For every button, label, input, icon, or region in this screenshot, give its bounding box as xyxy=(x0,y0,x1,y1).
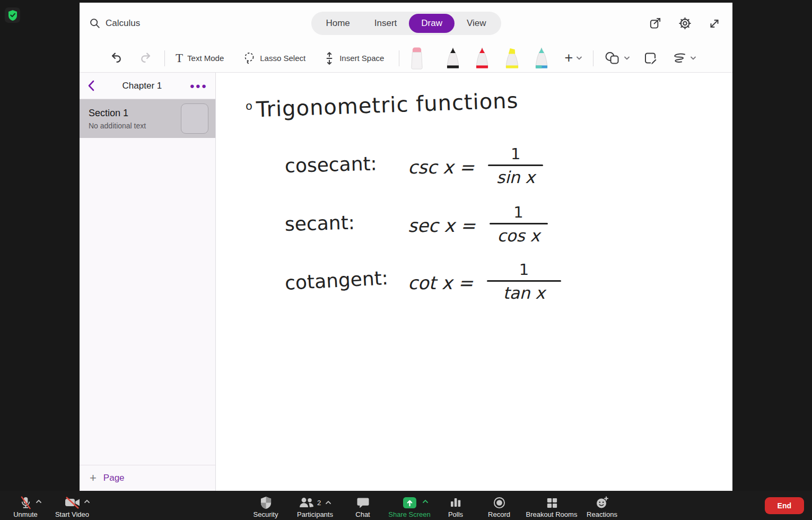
ribbon-tabs: Home Insert Draw View xyxy=(311,12,501,35)
highlighter-yellow-icon xyxy=(502,47,521,70)
title-text: Trigonometric functions xyxy=(256,88,519,122)
tab-view[interactable]: View xyxy=(455,14,499,33)
plus-icon: + xyxy=(564,51,573,65)
settings-button[interactable] xyxy=(678,17,692,30)
reactions-button[interactable]: Reactions xyxy=(583,496,621,518)
undo-button[interactable] xyxy=(110,51,124,65)
zoom-toolbar: Unmute Start Video Security 2 xyxy=(0,491,812,520)
unmute-label: Unmute xyxy=(13,510,38,518)
redo-icon xyxy=(138,51,152,65)
tab-home[interactable]: Home xyxy=(313,14,362,33)
section-item-text: Section 1 No additional text xyxy=(89,108,181,130)
fraction-bar xyxy=(487,280,561,282)
squiggle-icon xyxy=(671,52,687,65)
fullscreen-button[interactable] xyxy=(708,17,721,30)
sidebar-header: Chapter 1 ●●● xyxy=(80,73,215,99)
mic-muted-icon xyxy=(19,496,33,509)
sticky-note-button[interactable] xyxy=(644,51,658,65)
lasso-select-button[interactable]: Lasso Select xyxy=(243,51,305,65)
start-video-button[interactable]: Start Video xyxy=(51,496,93,518)
unmute-button[interactable]: Unmute xyxy=(7,496,43,518)
pen-red-icon xyxy=(473,47,491,70)
lasso-icon xyxy=(243,51,256,65)
reactions-label: Reactions xyxy=(587,510,617,518)
section-list-item[interactable]: Section 1 No additional text xyxy=(80,99,215,138)
end-meeting-button[interactable]: End xyxy=(765,497,804,514)
topbar-actions xyxy=(649,17,721,30)
term-text: cosecant: xyxy=(285,152,408,177)
tab-insert[interactable]: Insert xyxy=(362,14,409,33)
text-mode-button[interactable]: T Text Mode xyxy=(176,51,224,65)
share-button[interactable] xyxy=(649,17,662,30)
chat-label: Chat xyxy=(355,510,370,518)
shapes-button[interactable] xyxy=(604,51,630,65)
expand-icon xyxy=(708,17,721,30)
security-button[interactable]: Security xyxy=(249,496,282,518)
back-button[interactable] xyxy=(88,80,94,91)
toolbar-divider xyxy=(593,50,593,66)
polls-button[interactable]: Polls xyxy=(443,496,468,518)
undo-icon xyxy=(110,51,124,65)
security-shield-icon xyxy=(260,496,272,509)
note-canvas[interactable]: oTrigonometric functions cosecant: csc x… xyxy=(216,73,732,491)
ink-to-shape-button[interactable] xyxy=(671,52,696,65)
participants-count-badge: 2 xyxy=(317,499,321,507)
section-title: Section 1 xyxy=(89,108,181,119)
expression-text: sec x = xyxy=(408,215,476,236)
share-screen-caret[interactable] xyxy=(422,499,429,504)
expression-text: cot x = xyxy=(408,272,473,293)
highlighter-yellow-tool[interactable] xyxy=(502,47,521,70)
plus-icon: + xyxy=(90,472,97,484)
term-text: cotangent: xyxy=(284,266,408,294)
redo-button[interactable] xyxy=(138,51,152,65)
fraction-numerator: 1 xyxy=(519,261,529,279)
pen-teal-tool[interactable] xyxy=(532,47,551,70)
text-mode-label: Text Mode xyxy=(187,54,224,63)
text-mode-icon: T xyxy=(176,51,183,65)
fraction-denominator: cos x xyxy=(495,226,542,245)
chevron-down-icon xyxy=(690,56,696,60)
record-button[interactable]: Record xyxy=(483,496,515,518)
more-options-button[interactable]: ●●● xyxy=(190,81,207,90)
pen-black-icon xyxy=(444,47,462,70)
search-field[interactable]: Calculus xyxy=(89,18,140,29)
record-label: Record xyxy=(488,510,510,518)
insert-space-label: Insert Space xyxy=(339,54,384,63)
tab-draw[interactable]: Draw xyxy=(409,14,455,33)
search-value: Calculus xyxy=(106,18,140,29)
audio-options-caret[interactable] xyxy=(36,499,42,504)
fraction-bar xyxy=(490,223,548,224)
chat-button[interactable]: Chat xyxy=(350,496,376,518)
search-icon xyxy=(89,18,101,29)
fraction: 1 tan x xyxy=(487,261,561,302)
share-screen-button[interactable]: Share Screen xyxy=(381,496,438,518)
add-page-button[interactable]: + Page xyxy=(80,465,215,491)
breakout-rooms-button[interactable]: Breakout Rooms xyxy=(524,496,579,518)
polls-label: Polls xyxy=(448,510,463,518)
participants-button[interactable]: 2 Participants xyxy=(290,496,340,518)
participants-caret[interactable] xyxy=(325,500,331,505)
reactions-icon xyxy=(595,496,609,509)
app-body: Chapter 1 ●●● Section 1 No additional te… xyxy=(80,73,732,491)
fraction-bar xyxy=(488,164,543,166)
record-icon xyxy=(493,496,505,509)
handwritten-title: oTrigonometric functions xyxy=(245,88,519,122)
pen-black-tool[interactable] xyxy=(444,47,462,70)
insert-space-button[interactable]: Insert Space xyxy=(324,51,384,65)
eraser-tool[interactable] xyxy=(409,47,425,70)
handwritten-line-cotangent: cotangent: cot x = 1 tan x xyxy=(285,269,561,302)
chat-icon xyxy=(356,496,370,509)
eraser-icon xyxy=(409,47,425,70)
chevron-down-icon xyxy=(576,56,582,60)
encryption-badge[interactable] xyxy=(5,7,20,23)
pen-red-tool[interactable] xyxy=(473,47,491,70)
toolbar-divider xyxy=(399,50,399,66)
video-options-caret[interactable] xyxy=(84,499,90,504)
bullet-mark: o xyxy=(245,100,253,112)
fraction-numerator: 1 xyxy=(511,145,520,163)
chevron-down-icon xyxy=(624,56,630,60)
pen-teal-icon xyxy=(532,47,551,70)
page-thumbnail xyxy=(181,103,208,134)
fraction: 1 cos x xyxy=(490,203,548,245)
add-pen-button[interactable]: + xyxy=(564,51,582,65)
